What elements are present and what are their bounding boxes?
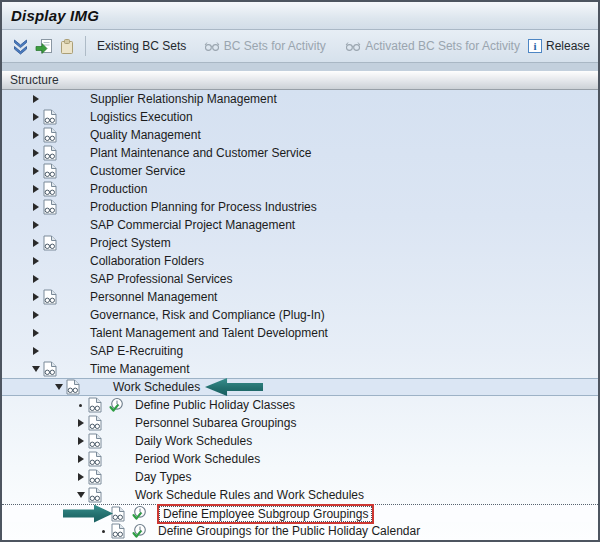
tree-row[interactable]: Define Groupings for the Public Holiday … [2, 522, 598, 540]
img-documentation-icon[interactable] [88, 415, 108, 431]
tree-row[interactable]: Logistics Execution [2, 108, 598, 126]
img-documentation-icon[interactable] [88, 397, 108, 413]
expand-arrow-icon[interactable] [28, 257, 43, 265]
img-documentation-icon[interactable] [43, 109, 63, 125]
collapse-arrow-icon[interactable] [51, 384, 66, 390]
tree-indent [2, 531, 96, 532]
tree-node-label: Time Management [90, 362, 190, 376]
tree-row[interactable]: Period Work Schedules [2, 450, 598, 468]
img-documentation-icon[interactable] [88, 433, 108, 449]
tree-row[interactable]: Quality Management [2, 126, 598, 144]
expand-arrow-icon[interactable] [73, 419, 88, 427]
tree-row[interactable]: Daily Work Schedules [2, 432, 598, 450]
tree-row[interactable]: Define Employee Subgroup Groupings [2, 504, 598, 522]
img-documentation-icon[interactable] [66, 379, 86, 395]
img-documentation-icon[interactable] [43, 163, 63, 179]
tree-row[interactable]: SAP E-Recruiting [2, 342, 598, 360]
tree-node-label: Supplier Relationship Management [90, 92, 277, 106]
img-documentation-icon[interactable] [111, 523, 131, 539]
tree-row[interactable]: Collaboration Folders [2, 252, 598, 270]
annotation-arrow-left-icon [205, 378, 263, 397]
tree-row[interactable]: Define Public Holiday Classes [2, 396, 598, 414]
tree-row[interactable]: Production Planning for Process Industri… [2, 198, 598, 216]
expand-arrow-icon[interactable] [28, 221, 43, 229]
tree-indent [2, 495, 73, 496]
img-documentation-icon[interactable] [43, 127, 63, 143]
tree-indent [2, 207, 28, 208]
tree-node-label: SAP Commercial Project Management [90, 218, 295, 232]
img-documentation-icon[interactable] [88, 487, 108, 503]
tree-row[interactable]: Personnel Subarea Groupings [2, 414, 598, 432]
expand-arrow-icon[interactable] [28, 185, 43, 193]
existing-bc-sets-button[interactable]: Existing BC Sets [93, 37, 190, 55]
tree-indent [2, 297, 28, 298]
img-documentation-icon[interactable] [43, 181, 63, 197]
expand-arrow-icon[interactable] [73, 473, 88, 481]
expand-arrow-icon[interactable] [28, 311, 43, 319]
button-label: Activated BC Sets for Activity [365, 39, 520, 53]
bc-sets-for-activity-button[interactable]: BC Sets for Activity [200, 37, 330, 55]
tree-row[interactable]: Day Types [2, 468, 598, 486]
expand-arrow-icon[interactable] [28, 95, 43, 103]
tree-row[interactable]: Plant Maintenance and Customer Service [2, 144, 598, 162]
img-activity-icon[interactable] [108, 397, 130, 414]
tree-node-label: Personnel Subarea Groupings [135, 416, 296, 430]
expand-arrow-icon[interactable] [28, 113, 43, 121]
leaf-bullet-icon [73, 404, 88, 407]
tree-node-label: Personnel Management [90, 290, 217, 304]
img-documentation-icon[interactable] [88, 469, 108, 485]
tree-row[interactable]: Work Schedule Rules and Work Schedules [2, 486, 598, 504]
release-notes-button[interactable]: i Release [524, 37, 594, 55]
expand-arrow-icon[interactable] [28, 149, 43, 157]
expand-arrow-icon[interactable] [28, 329, 43, 337]
tree-row[interactable]: Production [2, 180, 598, 198]
tree-row[interactable]: SAP Commercial Project Management [2, 216, 598, 234]
img-activity-icon[interactable] [131, 523, 153, 540]
img-documentation-icon[interactable] [43, 199, 63, 215]
expand-arrow-icon[interactable] [28, 293, 43, 301]
activated-bc-sets-for-activity-button[interactable]: Activated BC Sets for Activity [341, 37, 524, 55]
tree-node-label: Work Schedules [113, 380, 200, 394]
img-documentation-icon[interactable] [43, 289, 63, 305]
tree-row[interactable]: Customer Service [2, 162, 598, 180]
collapse-arrow-icon[interactable] [73, 492, 88, 498]
title-bar: Display IMG [2, 2, 598, 30]
tree-indent [2, 243, 28, 244]
toolbar-gap-strip [2, 63, 598, 71]
tree-row[interactable]: Project System [2, 234, 598, 252]
toolbar-separator [85, 36, 86, 56]
expand-arrow-icon[interactable] [28, 347, 43, 355]
clipboard-icon [59, 38, 75, 55]
expand-arrow-icon[interactable] [28, 275, 43, 283]
tree-indent [2, 171, 28, 172]
tree-row[interactable]: Governance, Risk and Compliance (Plug-In… [2, 306, 598, 324]
expand-collapse-button[interactable] [9, 36, 32, 57]
tree-row[interactable]: Work Schedules [2, 378, 598, 396]
expand-arrow-icon[interactable] [73, 437, 88, 445]
copy-button[interactable] [56, 36, 78, 57]
tree-row[interactable]: Supplier Relationship Management [2, 90, 598, 108]
leaf-bullet-icon [96, 530, 111, 533]
expand-arrow-icon[interactable] [28, 203, 43, 211]
img-documentation-icon[interactable] [43, 235, 63, 251]
tree-indent [2, 225, 28, 226]
tree-row[interactable]: Time Management [2, 360, 598, 378]
img-activity-icon[interactable] [131, 505, 153, 522]
tree-node-label: Work Schedule Rules and Work Schedules [135, 488, 364, 502]
display-bc-sets-button[interactable] [32, 36, 56, 57]
expand-arrow-icon[interactable] [28, 239, 43, 247]
tree-row[interactable]: Personnel Management [2, 288, 598, 306]
tree-row[interactable]: Talent Management and Talent Development [2, 324, 598, 342]
collapse-arrow-icon[interactable] [28, 366, 43, 372]
tree-row[interactable]: SAP Professional Services [2, 270, 598, 288]
img-documentation-icon[interactable] [43, 145, 63, 161]
img-documentation-icon[interactable] [88, 451, 108, 467]
img-documentation-icon[interactable] [43, 361, 63, 377]
tree-indent [2, 441, 73, 442]
expand-arrow-icon[interactable] [73, 455, 88, 463]
tree-node-label: Define Employee Subgroup Groupings [159, 506, 372, 522]
expand-arrow-icon[interactable] [28, 131, 43, 139]
tree-node-label: Define Public Holiday Classes [135, 398, 295, 412]
expand-arrow-icon[interactable] [28, 167, 43, 175]
img-documentation-icon[interactable] [111, 506, 131, 522]
